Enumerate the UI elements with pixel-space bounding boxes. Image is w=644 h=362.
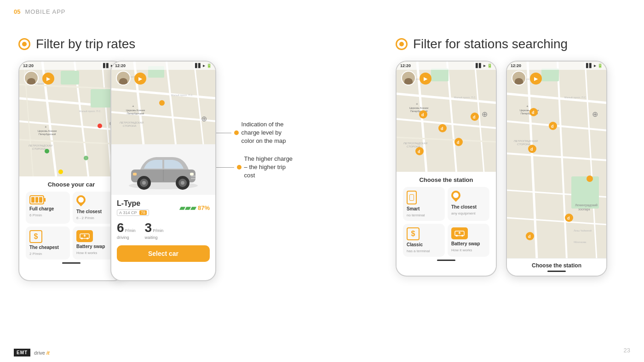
nav-arrow-left: ▶ [42,73,54,85]
svg-text:+: + [132,104,134,108]
svg-text:Церковь Ксении: Церковь Ксении [126,109,145,112]
svg-text:d: d [418,149,420,154]
callout-text-2: The higher charge – the higher trip cost [244,155,294,180]
svg-text:+: + [416,102,418,106]
svg-point-82 [461,235,463,237]
filter-classic[interactable]: $ Classic has a terminal [403,224,445,257]
svg-rect-9 [61,71,79,85]
battery-full-icon: ▰▰▰ [179,204,196,212]
car-header: L-Type А 314 СР 78 ▰▰▰ 87% [117,199,210,216]
terminal-icon [407,191,417,204]
phone-left-main: + Церковь Ксении Петербургской ПЕТРОГРАД… [18,61,124,281]
svg-rect-54 [191,178,196,179]
car-plate: А 314 СР 78 [117,209,149,216]
status-bar-right-right: 12:20 ▋▋ ▸ 🔋 [507,62,606,70]
car-name-area: L-Type А 314 СР 78 [117,199,149,216]
price-waiting: 3 P/min waiting [145,221,164,240]
filter-closest-right[interactable]: The closest any equipment [448,187,489,221]
phone-bottom-bar-left [62,262,80,264]
battery-icon [29,195,44,204]
svg-point-24 [81,238,83,239]
svg-rect-62 [431,68,448,81]
nav-arrow-right: ▶ [134,73,146,85]
status-bar-right: 12:20 ▋▋ ▸ 🔋 [111,62,215,70]
svg-point-21 [58,170,63,174]
map-svg-right-right: + Церковь Ксении Петербургской ПЕТРОГРАД… [507,62,606,259]
svg-text:ПЕТРОГРАДСКАЯ: ПЕТРОГРАДСКАЯ [120,121,144,124]
svg-text:Лизы Чайкиной: Лизы Чайкиной [574,229,592,232]
svg-text:Малый просп. П.С.: Малый просп. П.С. [171,94,194,96]
svg-rect-51 [133,173,137,175]
svg-text:Яблочкова: Яблочкова [574,241,586,243]
svg-rect-50 [190,173,194,175]
map-area-right: + Церковь Ксении Петербургской ПЕТРОГРАД… [111,62,215,144]
title-bullet [18,38,30,50]
svg-text:+: + [526,104,529,108]
price-driving: 6 P/min driving [117,221,136,240]
price-row: 6 P/min driving 3 P/min waiting [117,221,210,240]
classic-dollar-icon: $ [407,227,420,240]
plate-text: А 314 СР 78 [117,209,149,216]
svg-text:СТОРОНА: СТОРОНА [32,147,46,150]
svg-text:d: d [421,113,424,117]
nav-arrow-rl: ▶ [420,73,431,85]
user-avatar-right [116,71,131,85]
swap-icon [76,230,93,242]
car-detail: L-Type А 314 СР 78 ▰▰▰ 87% [111,195,215,266]
bottom-sheet-left: Choose your car Full charge 6 P/min [19,176,123,270]
filter-full-charge[interactable]: Full charge 6 P/min [26,192,70,224]
svg-text:Малый просп. П.С.: Малый просп. П.С. [564,96,587,99]
charge-badge: ▰▰▰ 87% [179,204,210,212]
svg-text:зоопарк: зоопарк [578,208,590,211]
phone-bottom-bar-right-left [437,260,455,261]
svg-text:Петербургской: Петербургской [39,133,56,136]
svg-rect-93 [541,68,559,81]
svg-text:СТОРОНА: СТОРОНА [517,143,530,146]
section-number: 05 [14,8,20,15]
svg-text:+: + [45,125,47,129]
svg-rect-53 [191,175,196,177]
svg-text:Церковь Ксении: Церковь Ксении [409,107,428,109]
right-phones-container: + Церковь Ксении Петербургской ПЕТРОГРАД… [396,61,635,277]
footer: EMT drive it [14,349,50,356]
svg-text:Малый просп. П.С.: Малый просп. П.С. [79,110,102,113]
dollar-icon: $ [29,230,42,243]
map-crosshair-right: ⊕ [201,114,207,123]
nav-arrow-rr: ▶ [530,73,542,85]
svg-text:ПЕТРОГРАДСКАЯ: ПЕТРОГРАДСКАЯ [514,140,538,142]
select-car-button[interactable]: Select car [117,245,210,262]
logo-box: EMT [14,349,30,356]
user-avatar-left [24,71,39,85]
choose-station-bar[interactable]: Choose the station [507,258,606,276]
right-section: Filter for stations searching + Церковь … [396,37,635,277]
svg-text:Церковь Ксении: Церковь Ксении [38,130,57,132]
map-crosshair-rl: ⊕ [482,110,488,119]
svg-point-18 [45,149,49,153]
svg-text:СТОРОНА: СТОРОНА [123,124,136,127]
svg-text:d: d [441,126,443,131]
svg-text:d: d [528,234,531,239]
right-phone-left: + Церковь Ксении Петербургской ПЕТРОГРАД… [396,61,497,277]
phone-bottom-bar-rr [547,271,566,272]
svg-point-116 [586,175,593,182]
user-avatar-right-left [401,71,416,85]
filter-battery-swap-right[interactable]: Battery swap How it works [448,224,489,257]
callout-text-1: Indication of the charge level by color … [242,120,294,146]
svg-text:d: d [551,124,554,129]
filter-cheapest[interactable]: $ The cheapest 2 P/min [26,226,70,260]
pin-icon [76,195,86,207]
map-area-right-left: + Церковь Ксении Петербургской ПЕТРОГРАД… [397,62,496,172]
bottom-sheet-right-left: Choose the station Smart no terminal [397,172,496,267]
callout-charge-level: Indication of the charge level by color … [216,120,294,146]
left-section-title: Filter by trip rates [18,37,294,51]
status-bar-right-left: 12:20 ▋▋ ▸ 🔋 [397,62,496,70]
left-phones-container: + Церковь Ксении Петербургской ПЕТРОГРАД… [18,61,294,281]
svg-text:Малый просп. П.С.: Малый просп. П.С. [454,96,477,99]
map-area-left: + Церковь Ксении Петербургской ПЕТРОГРАД… [19,62,123,176]
svg-text:d: d [530,147,533,152]
user-avatar-rr [512,71,526,85]
svg-point-41 [159,100,165,106]
filter-smart[interactable]: Smart no terminal [403,187,445,221]
svg-text:ПЕТРОГРАДСКАЯ: ПЕТРОГРАДСКАЯ [29,144,53,147]
section-title: MOBILE APP [25,8,65,15]
